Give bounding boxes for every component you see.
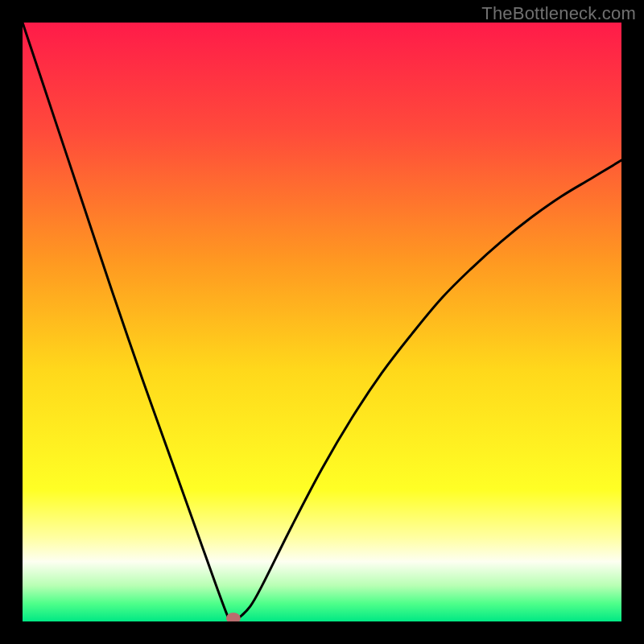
chart-frame: TheBottleneck.com [0, 0, 644, 644]
chart-svg [23, 23, 621, 621]
plot-area [23, 23, 621, 621]
watermark-text: TheBottleneck.com [481, 3, 636, 24]
gradient-rect [23, 23, 621, 621]
